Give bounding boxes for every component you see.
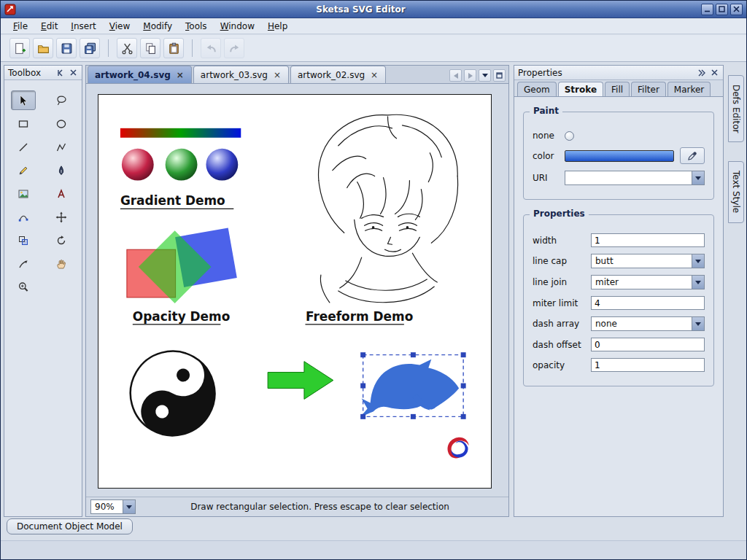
dash-offset-input[interactable] xyxy=(591,338,705,351)
uri-combo[interactable] xyxy=(565,171,705,185)
dash-array-dropdown-button[interactable] xyxy=(692,317,704,330)
line-join-dropdown-button[interactable] xyxy=(692,276,704,289)
blue-sphere-shape[interactable] xyxy=(206,149,238,181)
properties-close-icon[interactable] xyxy=(709,68,719,78)
menu-file[interactable]: File xyxy=(7,20,34,33)
defs-editor-tab[interactable]: Defs Editor xyxy=(728,75,744,142)
undo-button[interactable] xyxy=(201,38,221,58)
tab-artwork-02[interactable]: artwork_02.svg × xyxy=(290,66,386,83)
tab-label: artwork_04.svg xyxy=(95,70,171,80)
tab-close-icon[interactable]: × xyxy=(176,71,185,79)
properties-float-icon[interactable] xyxy=(697,68,707,78)
tab-scroll-right-button[interactable] xyxy=(464,69,476,82)
main-toolbar xyxy=(1,35,746,62)
drawing-canvas[interactable]: Gradient Demo Opacity Demo xyxy=(98,94,492,489)
cut-button[interactable] xyxy=(117,38,137,58)
tool-line-button[interactable] xyxy=(11,137,36,157)
toolbox-close-icon[interactable] xyxy=(68,68,78,78)
tab-scroll-left-button[interactable] xyxy=(449,69,462,82)
maximize-editor-button[interactable] xyxy=(493,69,506,82)
tab-close-icon[interactable]: × xyxy=(273,71,282,79)
toolbox-autohide-icon[interactable] xyxy=(55,68,66,78)
rotate-icon xyxy=(55,235,67,246)
menu-insert[interactable]: Insert xyxy=(64,20,102,33)
tool-pencil-button[interactable] xyxy=(11,160,36,180)
freeform-demo-label[interactable]: Freeform Demo xyxy=(306,309,413,324)
none-radio[interactable] xyxy=(565,131,574,141)
zoom-dropdown-button[interactable] xyxy=(123,500,135,513)
titlebar[interactable]: Sketsa SVG Editor xyxy=(1,1,746,18)
tab-marker[interactable]: Marker xyxy=(667,82,711,96)
tab-geom[interactable]: Geom xyxy=(517,82,557,96)
tab-stroke[interactable]: Stroke xyxy=(558,82,603,96)
save-button[interactable] xyxy=(56,38,77,58)
tool-rotate-button[interactable] xyxy=(49,230,74,250)
tool-transform-button[interactable] xyxy=(11,230,36,250)
save-all-button[interactable] xyxy=(80,38,100,58)
copy-button[interactable] xyxy=(140,38,160,58)
zoom-combo[interactable]: 90% xyxy=(90,499,136,514)
right-arrow-icon xyxy=(468,73,473,79)
zoom-magnifier-icon xyxy=(18,281,29,293)
text-style-tab[interactable]: Text Style xyxy=(728,161,744,222)
uri-dropdown-button[interactable] xyxy=(692,171,704,184)
line-cap-dropdown-button[interactable] xyxy=(692,254,704,268)
tab-fill[interactable]: Fill xyxy=(605,82,630,96)
tool-pen-button[interactable] xyxy=(49,160,74,180)
tool-move-button[interactable] xyxy=(49,207,74,227)
green-sphere-shape[interactable] xyxy=(166,149,198,181)
color-picker-button[interactable] xyxy=(680,147,705,164)
red-sphere-shape[interactable] xyxy=(122,149,154,181)
green-arrow-shape[interactable] xyxy=(268,362,333,400)
menu-help[interactable]: Help xyxy=(261,20,294,33)
dolphin-selection-group[interactable] xyxy=(360,352,466,419)
tool-rectangle-button[interactable] xyxy=(11,114,36,133)
tool-ellipse-button[interactable] xyxy=(49,114,74,133)
tool-pan-button[interactable] xyxy=(49,254,74,273)
maximize-button[interactable] xyxy=(716,4,728,15)
line-cap-combo[interactable]: butt xyxy=(591,254,705,268)
opacity-input[interactable] xyxy=(591,358,705,372)
dash-offset-row: dash offset xyxy=(533,338,705,351)
spiral-logo-shape[interactable] xyxy=(444,435,473,462)
redo-button[interactable] xyxy=(224,38,244,58)
line-join-combo[interactable]: miter xyxy=(591,275,705,289)
tool-zoom-button[interactable] xyxy=(11,277,36,297)
menu-modify[interactable]: Modify xyxy=(136,20,179,33)
tab-artwork-04[interactable]: artwork_04.svg × xyxy=(88,66,192,83)
freeform-demo-group[interactable]: Freeform Demo xyxy=(306,114,458,324)
tool-polyline-button[interactable] xyxy=(49,137,74,157)
tab-artwork-03[interactable]: artwork_03.svg × xyxy=(193,66,289,83)
document-object-model-button[interactable]: Document Object Model xyxy=(7,518,133,534)
tab-close-icon[interactable]: × xyxy=(370,71,379,79)
stroke-color-swatch[interactable] xyxy=(565,150,674,162)
tab-filter[interactable]: Filter xyxy=(631,82,666,96)
gradient-demo-label[interactable]: Gradient Demo xyxy=(120,193,225,208)
dolphin-shape[interactable] xyxy=(360,359,459,418)
tab-list-dropdown-button[interactable] xyxy=(479,69,491,82)
new-document-button[interactable] xyxy=(9,38,30,58)
tool-image-button[interactable] xyxy=(11,184,36,203)
tool-lasso-button[interactable] xyxy=(49,90,74,110)
miter-limit-input[interactable] xyxy=(591,296,705,310)
yin-yang-shape[interactable] xyxy=(115,336,231,451)
tool-select-button[interactable] xyxy=(11,90,36,110)
minimize-button[interactable] xyxy=(701,4,713,15)
gradient-demo-group[interactable]: Gradient Demo xyxy=(120,128,241,209)
close-button[interactable] xyxy=(730,4,743,15)
opacity-demo-group[interactable]: Opacity Demo xyxy=(127,228,237,324)
paste-button[interactable] xyxy=(163,38,184,58)
dash-array-combo[interactable]: none xyxy=(591,316,705,331)
gradient-bar-shape[interactable] xyxy=(120,128,241,138)
tool-connector-button[interactable] xyxy=(11,254,36,273)
tool-path-edit-button[interactable] xyxy=(11,207,36,227)
menu-window[interactable]: Window xyxy=(214,20,261,33)
menu-view[interactable]: View xyxy=(103,20,136,33)
opacity-demo-label[interactable]: Opacity Demo xyxy=(133,309,231,324)
tool-text-button[interactable] xyxy=(49,184,74,203)
width-input[interactable] xyxy=(591,233,705,247)
color-label: color xyxy=(533,151,565,161)
menu-edit[interactable]: Edit xyxy=(34,20,64,33)
menu-tools[interactable]: Tools xyxy=(179,20,214,33)
open-folder-button[interactable] xyxy=(33,38,53,58)
